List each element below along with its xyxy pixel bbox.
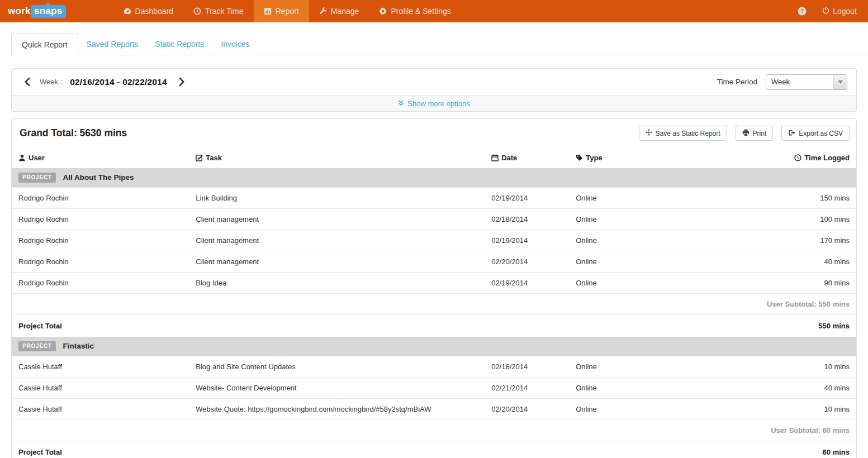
nav-item-label: Report — [276, 7, 299, 16]
project-header-row: PROJECT Fintastic — [12, 337, 856, 356]
cell-date: 02/19/2014 — [485, 230, 569, 251]
clock-icon — [193, 7, 201, 15]
nav-item-label: Track Time — [205, 7, 244, 16]
table-row: Rodrigo Rochin Blog Idea 02/19/2014 Onli… — [12, 273, 856, 294]
table-row: Rodrigo Rochin Client management 02/20/2… — [12, 251, 856, 273]
cell-task: Website- Content Development — [189, 378, 485, 399]
previous-week-button[interactable] — [21, 77, 34, 87]
cell-type: Online — [569, 188, 687, 209]
cell-time: 10 mins — [687, 356, 856, 378]
user-subtotal-row: User Subtotal: 60 mins — [12, 420, 856, 441]
project-total-row: Project Total 60 mins — [12, 441, 856, 458]
project-header-row: PROJECT All About The Pipes — [12, 168, 856, 188]
nav-item-label: Profile & Settings — [391, 7, 450, 16]
user-subtotal-row: User Subtotal: 550 mins — [12, 294, 856, 315]
grand-total: Grand Total: 5630 mins — [20, 127, 127, 139]
cell-user: Rodrigo Rochin — [12, 273, 189, 294]
cell-type: Online — [569, 399, 687, 420]
cell-task: Client management — [189, 230, 485, 251]
table-header-row: User Task Date Type Time Logged — [12, 147, 856, 168]
wrench-icon — [319, 7, 327, 15]
main-nav: Dashboard Track Time Report Manage Profi… — [113, 0, 461, 22]
printer-icon — [742, 129, 750, 138]
worksnaps-logo[interactable]: worksnaps — [8, 5, 66, 18]
user-subtotal: User Subtotal: 550 mins — [12, 294, 856, 315]
nav-item-label: Dashboard — [135, 7, 174, 16]
cell-task: Client management — [189, 209, 485, 230]
nav-item-profile-settings[interactable]: Profile & Settings — [369, 0, 461, 22]
filter-more-strip: Show more options — [12, 95, 856, 111]
chevron-down-icon — [833, 75, 847, 89]
cell-date: 02/19/2014 — [485, 273, 569, 294]
column-header-user: User — [12, 147, 189, 168]
bar-chart-icon — [264, 7, 272, 15]
week-selector: Week : 02/16/2014 - 02/22/2014 Time Peri… — [12, 69, 856, 95]
project-badge: PROJECT — [18, 341, 56, 351]
help-icon[interactable]: ? — [798, 7, 807, 16]
cell-user: Rodrigo Rochin — [12, 209, 189, 230]
nav-item-track-time[interactable]: Track Time — [183, 0, 254, 22]
logout-button[interactable]: Logout — [822, 7, 857, 16]
nav-item-dashboard[interactable]: Dashboard — [113, 0, 184, 22]
table-row: Cassie Hutaff Website- Content Developme… — [12, 378, 856, 399]
cell-user: Cassie Hutaff — [12, 378, 189, 399]
week-label: Week : — [40, 78, 62, 86]
cell-time: 170 mins — [687, 230, 856, 251]
svg-text:?: ? — [800, 8, 804, 15]
print-label: Print — [753, 130, 767, 137]
nav-item-manage[interactable]: Manage — [309, 0, 369, 22]
date-range: 02/16/2014 - 02/22/2014 — [70, 77, 167, 87]
nav-item-report[interactable]: Report — [254, 0, 309, 22]
nav-item-label: Manage — [331, 7, 359, 16]
report-table: User Task Date Type Time Logged — [12, 147, 856, 458]
cell-user: Rodrigo Rochin — [12, 188, 189, 209]
cell-date: 02/19/2014 — [485, 188, 569, 209]
tab-invoices[interactable]: Invoices — [212, 34, 258, 55]
table-row: Cassie Hutaff Website Quote: https://gom… — [12, 399, 856, 420]
time-period-group: Time Period Week — [717, 74, 847, 90]
gear-icon — [379, 7, 387, 15]
table-row: Rodrigo Rochin Client management 02/19/2… — [12, 230, 856, 251]
top-navbar: worksnaps Dashboard Track Time Report Ma… — [0, 0, 868, 22]
time-period-label: Time Period — [717, 78, 757, 86]
report-panel: Grand Total: 5630 mins Save as Static Re… — [11, 118, 857, 458]
time-period-select[interactable]: Week — [766, 74, 847, 90]
clock-icon — [794, 155, 801, 163]
cell-time: 100 mins — [687, 209, 856, 230]
user-icon — [18, 155, 26, 163]
dashboard-icon — [124, 7, 131, 15]
cell-time: 10 mins — [687, 399, 856, 420]
tag-icon — [576, 155, 583, 163]
double-chevron-down-icon — [398, 99, 404, 108]
cell-type: Online — [569, 209, 687, 230]
column-header-date: Date — [485, 147, 569, 168]
tab-quick-report[interactable]: Quick Report — [11, 34, 78, 55]
cell-time: 150 mins — [687, 188, 856, 209]
save-as-static-report-button[interactable]: Save as Static Report — [639, 126, 727, 141]
tab-static-reports[interactable]: Static Reports — [146, 34, 212, 55]
table-row: Rodrigo Rochin Client management 02/18/2… — [12, 209, 856, 230]
report-header: Grand Total: 5630 mins Save as Static Re… — [12, 119, 856, 147]
power-icon — [822, 7, 829, 16]
print-button[interactable]: Print — [736, 126, 774, 141]
navbar-right: ? Logout — [798, 7, 868, 16]
user-subtotal: User Subtotal: 60 mins — [12, 420, 856, 441]
report-actions: Save as Static Report Print Export as CS… — [639, 126, 850, 141]
table-row: Rodrigo Rochin Link Building 02/19/2014 … — [12, 188, 856, 209]
cell-task: Link Building — [189, 188, 485, 209]
cell-user: Cassie Hutaff — [12, 399, 189, 420]
table-row: Cassie Hutaff Blog and Site Content Upda… — [12, 356, 856, 378]
export-as-csv-button[interactable]: Export as CSV — [781, 126, 850, 141]
next-week-button[interactable] — [175, 77, 188, 87]
cell-date: 02/20/2014 — [485, 399, 569, 420]
show-more-options-link[interactable]: Show more options — [398, 99, 469, 108]
filter-panel: Week : 02/16/2014 - 02/22/2014 Time Peri… — [11, 68, 857, 112]
project-total-value: 60 mins — [687, 441, 856, 458]
column-header-task: Task — [189, 147, 485, 168]
logo-text-snaps: snaps — [31, 5, 66, 18]
cell-time: 40 mins — [687, 251, 856, 273]
tab-saved-reports[interactable]: Saved Reports — [78, 34, 147, 55]
export-icon — [788, 129, 795, 138]
column-header-time-logged: Time Logged — [687, 147, 856, 168]
move-plus-icon — [646, 129, 652, 137]
